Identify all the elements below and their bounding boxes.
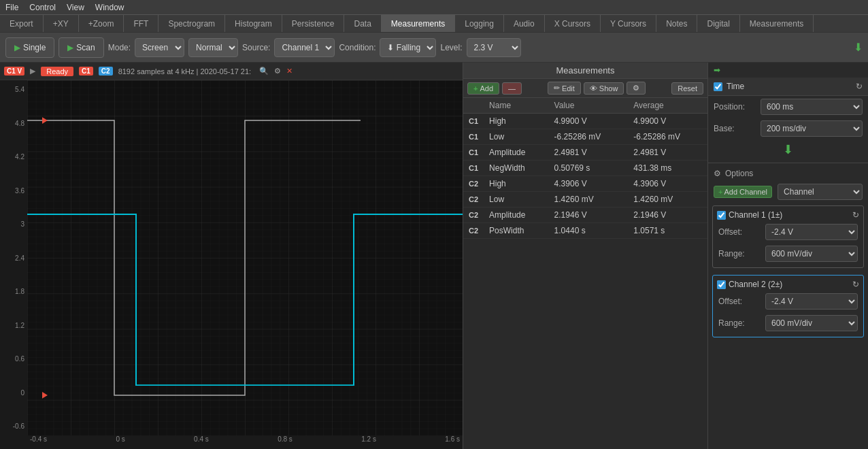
tab-digital[interactable]: Digital — [697, 15, 739, 32]
time-down-arrow-icon: ⬇ — [783, 142, 793, 157]
menu-window[interactable]: Window — [95, 3, 124, 12]
show-measurement-button[interactable]: 👁 Show — [584, 82, 624, 95]
add-channel-select[interactable]: Channel — [778, 184, 863, 200]
tab-audio[interactable]: Audio — [504, 15, 545, 32]
channel2-refresh-icon[interactable]: ↻ — [852, 280, 859, 289]
row-name: PosWidth — [484, 223, 549, 239]
minus-icon: — — [508, 84, 516, 93]
tab-persistence[interactable]: Persistence — [282, 15, 345, 32]
tab-data[interactable]: Data — [344, 15, 381, 32]
tab-export[interactable]: Export — [0, 15, 44, 32]
tab-ycursors[interactable]: Y Cursors — [601, 15, 656, 32]
trigger-arrow-icon: ⬇ — [854, 41, 863, 54]
row-average: 1.4260 mV — [628, 192, 707, 207]
scope-canvas-wrap[interactable]: 5.4 4.8 4.2 3.6 3 2.4 1.8 1.2 0.6 0 -0.6 — [0, 80, 463, 449]
gear-icon: ⚙ — [714, 169, 721, 178]
time-checkbox[interactable] — [714, 82, 722, 91]
channel2-checkbox[interactable] — [717, 280, 726, 289]
row-ch: C2 — [463, 223, 484, 239]
edit-measurement-button[interactable]: ✏ Edit — [548, 82, 581, 95]
menu-file[interactable]: File — [5, 3, 18, 12]
row-name: High — [484, 176, 549, 192]
menu-view[interactable]: View — [67, 3, 84, 12]
divider-1 — [708, 163, 868, 163]
scan-button[interactable]: ▶ Scan — [59, 37, 103, 58]
tab-xy[interactable]: +XY — [44, 15, 79, 32]
ch1-offset-select[interactable]: -2.4 V — [765, 224, 858, 240]
normal-select[interactable]: Normal — [188, 38, 238, 57]
y-label-42: 4.2 — [3, 153, 24, 161]
x-label-12: 1.2 s — [361, 435, 376, 449]
table-row: C2 Amplitude 2.1946 V 2.1946 V — [463, 207, 707, 223]
x-label-16: 1.6 s — [445, 435, 460, 449]
delete-measurement-button[interactable]: — — [502, 82, 522, 95]
row-average: 431.38 ms — [628, 161, 707, 176]
time-label: Time — [727, 82, 744, 91]
y-label-n06: -0.6 — [3, 422, 24, 430]
tab-notes[interactable]: Notes — [656, 15, 697, 32]
single-button[interactable]: ▶ Single — [5, 37, 54, 58]
y-label-18: 1.8 — [3, 288, 24, 295]
row-ch: C1 — [463, 145, 484, 161]
time-section-header: Time ↻ — [708, 78, 868, 96]
add-channel-button[interactable]: + Add Channel — [714, 186, 772, 198]
tab-xcursors[interactable]: X Cursors — [545, 15, 601, 32]
reset-measurement-button[interactable]: Reset — [671, 82, 703, 95]
x-label-04: 0.4 s — [194, 435, 209, 449]
source-select[interactable]: Channel 1 — [274, 38, 335, 57]
channel1-refresh-icon[interactable]: ↻ — [852, 210, 859, 220]
tab-measurements[interactable]: Measurements — [382, 15, 455, 32]
channel-info-bar: C1 V ▶ Ready C1 C2 8192 samples at 4 kHz… — [0, 63, 463, 80]
channel1-checkbox[interactable] — [717, 211, 726, 220]
level-select[interactable]: 2.3 V — [467, 38, 521, 57]
tab-fft[interactable]: FFT — [124, 15, 158, 32]
position-label: Position: — [714, 102, 758, 112]
settings-measurement-button[interactable]: ⚙ — [627, 82, 646, 95]
ch2-offset-select[interactable]: -2.4 V — [765, 293, 858, 310]
tab-measurements2[interactable]: Measurements — [740, 15, 814, 32]
menu-control[interactable]: Control — [29, 3, 56, 12]
row-value: 4.9900 V — [549, 114, 629, 129]
row-average: 4.3906 V — [628, 176, 707, 192]
row-value: 1.4260 mV — [549, 192, 629, 207]
y-label-54: 5.4 — [3, 86, 24, 93]
settings-icon[interactable]: ⚙ — [274, 67, 281, 76]
tab-zoom[interactable]: +Zoom — [79, 15, 124, 32]
tab-logging[interactable]: Logging — [455, 15, 504, 32]
time-base-row: Base: 200 ms/div — [708, 118, 868, 139]
add-ch-label: Add Channel — [724, 188, 767, 196]
col-header-average: Average — [628, 98, 707, 114]
channel2-header: Channel 2 (2±) ↻ — [713, 278, 863, 290]
y-label-24: 2.4 — [3, 254, 24, 262]
time-down-arrow-row: ⬇ — [708, 139, 868, 160]
row-value: 4.3906 V — [549, 176, 629, 192]
col-header-value: Value — [549, 98, 629, 114]
tab-histogram[interactable]: Histogram — [225, 15, 282, 32]
position-select[interactable]: 600 ms — [761, 99, 863, 115]
c1-badge: C1 — [79, 67, 93, 76]
c2-badge: C2 — [99, 67, 113, 76]
ch1-range-select[interactable]: 600 mV/div — [765, 246, 858, 262]
search-icon[interactable]: 🔍 — [259, 67, 269, 76]
y-label-06: 0.6 — [3, 355, 24, 363]
add-measurement-button[interactable]: + Add — [467, 82, 499, 95]
time-refresh-icon[interactable]: ↻ — [856, 82, 863, 91]
channel1-range-row: Range: 600 mV/div — [713, 243, 863, 265]
condition-select[interactable]: ⬇ Falling — [380, 38, 436, 57]
scan-label: Scan — [76, 43, 95, 52]
base-select[interactable]: 200 ms/div — [761, 120, 863, 137]
source-label: Source: — [242, 43, 270, 52]
mode-select[interactable]: Screen — [135, 38, 184, 57]
ch2-range-select[interactable]: 600 mV/div — [765, 315, 858, 331]
measurements-panel: Measurements + Add — ✏ Edit 👁 Show ⚙ Res… — [463, 63, 707, 449]
scope-waveform-svg — [27, 80, 463, 435]
y-label-0: 0 — [3, 389, 24, 397]
level-label: Level: — [440, 43, 462, 52]
tab-spectrogram[interactable]: Spectrogram — [158, 15, 225, 32]
main-layout: C1 V ▶ Ready C1 C2 8192 samples at 4 kHz… — [0, 63, 868, 449]
row-average: 2.1946 V — [628, 207, 707, 223]
close-icon[interactable]: ✕ — [286, 67, 293, 76]
ready-badge: Ready — [41, 67, 73, 76]
time-position-row: Position: 600 ms — [708, 96, 868, 118]
table-row: C1 Amplitude 2.4981 V 2.4981 V — [463, 145, 707, 161]
